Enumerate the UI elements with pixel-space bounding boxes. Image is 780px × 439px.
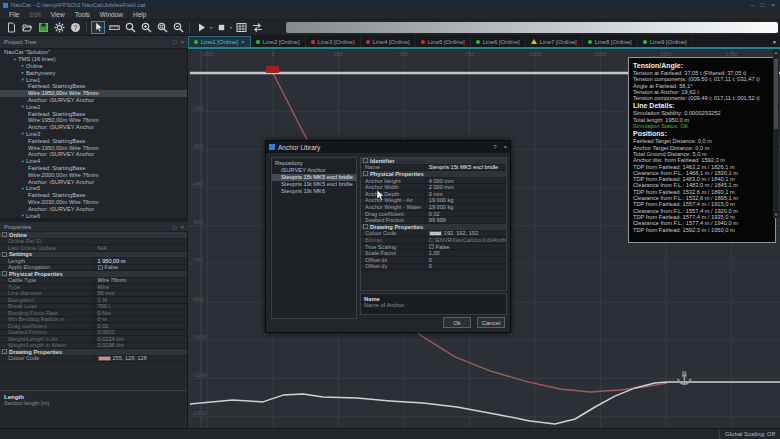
anchor-property-value[interactable]: 4 000 mm <box>425 178 506 184</box>
dropdown-caret-icon[interactable]: ▾ <box>210 25 212 30</box>
anchor-property-value[interactable]: 99 999 <box>425 217 506 223</box>
property-value[interactable]: 255, 128, 128 <box>94 355 188 361</box>
project-tree-panel[interactable]: NavCat "Solution"▾TMS (16 lines)▸Online▸… <box>0 49 188 218</box>
tab-line6[interactable]: Line6 [Online] <box>471 36 526 47</box>
anchor-property-value[interactable]: 0,02 <box>425 211 506 217</box>
property-value[interactable]: Wire 76mm <box>94 277 188 283</box>
tree-item[interactable]: Fairlead: StartingBase <box>0 165 187 172</box>
title-bar[interactable]: NavCat - C:\temp\FPSO\2 NavCat\JubileeFi… <box>0 0 780 10</box>
property-value[interactable]: N/A <box>94 245 188 251</box>
anchor-property-value[interactable]: 2 000 mm <box>425 184 506 190</box>
anchor-property-value[interactable]: 1,00 <box>425 250 506 256</box>
tree-item[interactable]: Fairlead: StartingBase <box>0 83 187 90</box>
tab-line2[interactable]: Line2 [Online] <box>251 36 306 47</box>
anchor-property-value[interactable]: 19 000 kg <box>425 204 506 210</box>
play-button[interactable] <box>194 21 208 34</box>
menu-tools[interactable]: Tools <box>70 11 95 18</box>
collapse-icon[interactable]: - <box>2 252 7 257</box>
scroll-down-icon[interactable]: ▼ <box>773 211 779 218</box>
checkbox[interactable] <box>98 265 103 270</box>
anchor-property-value[interactable]: 0 mm <box>425 191 506 197</box>
anchor-property-value[interactable]: False <box>425 244 506 250</box>
tree-item[interactable]: ▾Line4 <box>0 158 187 165</box>
zoom-button[interactable] <box>123 21 137 34</box>
tab-line9[interactable]: Line9 [Online] <box>638 36 693 47</box>
tree-item[interactable]: ▾Line5 <box>0 185 187 192</box>
anchor-property-value[interactable]: Stevpris 15t MK5 excl bridle <box>425 164 506 170</box>
tree-item[interactable]: Anchor: iSURVEY Anchor <box>0 205 187 212</box>
dialog-title-bar[interactable]: Anchor Library ? × <box>266 141 510 153</box>
settings-gear-button[interactable] <box>52 21 66 34</box>
tree-item[interactable]: ▾Line2 <box>0 103 187 110</box>
anchor-property-value[interactable]: C:\ENVR\NavCat\IconLib\Anchor_new.png <box>425 237 506 243</box>
new-file-button[interactable] <box>4 21 18 34</box>
tree-item[interactable]: Wire:2000,00m Wire 76mm <box>0 171 187 178</box>
tree-item[interactable]: Wire:1950,00m Wire 76mm <box>0 90 187 97</box>
tree-item[interactable]: Anchor: iSURVEY Anchor <box>0 151 187 158</box>
menu-window[interactable]: Window <box>95 11 128 18</box>
repository-item[interactable]: iSURVEY Anchor <box>272 167 356 174</box>
scrollbar-thumb[interactable] <box>774 59 778 129</box>
tree-item[interactable]: ▾Line3 <box>0 131 187 138</box>
menu-view[interactable]: View <box>46 11 70 18</box>
select-arrow-button[interactable] <box>91 21 105 34</box>
property-value[interactable]: False <box>94 264 188 270</box>
close-button[interactable]: × <box>771 2 775 8</box>
grid-view-button[interactable] <box>234 21 248 34</box>
collapse-icon[interactable]: - <box>2 349 7 354</box>
collapse-icon[interactable]: - <box>2 232 7 237</box>
repository-item[interactable]: Stevpris 15t MK5 excl bridle <box>272 174 356 181</box>
fairlead-marker[interactable] <box>266 66 279 73</box>
dialog-close-icon[interactable]: × <box>503 144 507 150</box>
property-value[interactable]: 1 950,00 m <box>94 258 188 264</box>
tab-close-icon[interactable]: × <box>241 39 245 45</box>
tree-item[interactable]: ▸Bathymetry <box>0 69 187 76</box>
tree-item[interactable]: ▾TMS (16 lines) <box>0 56 187 63</box>
collapse-icon[interactable]: - <box>363 171 368 176</box>
tree-item[interactable]: ▾Line1 <box>0 76 187 83</box>
tree-item[interactable]: Fairlead: StartingBase <box>0 110 187 117</box>
tab-line7[interactable]: Line7 [Online] <box>526 36 583 47</box>
stop-button[interactable] <box>214 21 228 34</box>
repository-list[interactable]: Repository iSURVEY AnchorStevpris 15t MK… <box>271 157 357 319</box>
property-value[interactable]: 0 m <box>94 316 188 322</box>
property-value[interactable]: 0,0001 <box>94 329 188 335</box>
swap-arrows-button[interactable] <box>250 21 264 34</box>
property-value[interactable]: 0 Nm <box>94 310 188 316</box>
repository-item[interactable]: Stevpris 19t MK6 <box>272 188 356 195</box>
measure-ruler-button[interactable] <box>107 21 121 34</box>
dialog-help-icon[interactable]: ? <box>493 144 496 150</box>
minimize-button[interactable]: – <box>751 2 754 8</box>
help-button[interactable]: ? <box>68 21 82 34</box>
scroll-up-icon[interactable]: ▲ <box>773 49 779 56</box>
repository-item[interactable]: Stevpris 19t MK5 excl bridle <box>272 181 356 188</box>
property-value[interactable]: 0,0224 t/m <box>94 336 188 342</box>
tab-line8[interactable]: Line8 [Online] <box>583 36 638 47</box>
tab-line4[interactable]: Line4 [Online] <box>361 36 416 47</box>
tab-line1[interactable]: Line1 [Online]× <box>188 36 251 47</box>
anchor-property-value[interactable]: 19 000 kg <box>425 197 506 203</box>
open-file-button[interactable] <box>20 21 34 34</box>
dropdown-caret-icon[interactable]: ▾ <box>230 25 232 30</box>
tree-item[interactable]: Fairlead: StartingBase <box>0 192 187 199</box>
collapse-icon[interactable]: - <box>363 224 368 229</box>
panel-close-icon[interactable]: × <box>181 224 184 230</box>
property-value[interactable]: 0,0196 t/m <box>94 342 188 348</box>
anchor-property-value[interactable]: 0 <box>425 257 506 263</box>
tree-item[interactable]: Anchor: iSURVEY Anchor <box>0 178 187 185</box>
ok-button[interactable]: Ok <box>443 317 471 328</box>
tree-item[interactable]: Anchor: iSURVEY Anchor <box>0 97 187 104</box>
tree-item[interactable]: Fairlead: StartingBase <box>0 137 187 144</box>
tree-scrollbar[interactable]: ▲ ▼ <box>773 49 779 218</box>
cancel-button[interactable]: Cancel <box>477 317 505 328</box>
property-value[interactable]: 700 t <box>94 303 188 309</box>
menu-edit[interactable]: Edit <box>24 11 45 18</box>
menu-help[interactable]: Help <box>128 11 151 18</box>
anchor-property-value[interactable]: 0 <box>425 263 506 269</box>
menu-file[interactable]: File <box>4 11 24 18</box>
save-file-button[interactable] <box>36 21 50 34</box>
pin-icon[interactable]: ◻ <box>172 224 177 230</box>
pin-icon[interactable]: ◻ <box>172 39 177 45</box>
zoom-window-button[interactable] <box>155 21 169 34</box>
tree-item[interactable]: Wire:2030,00m Wire 76mm <box>0 199 187 206</box>
